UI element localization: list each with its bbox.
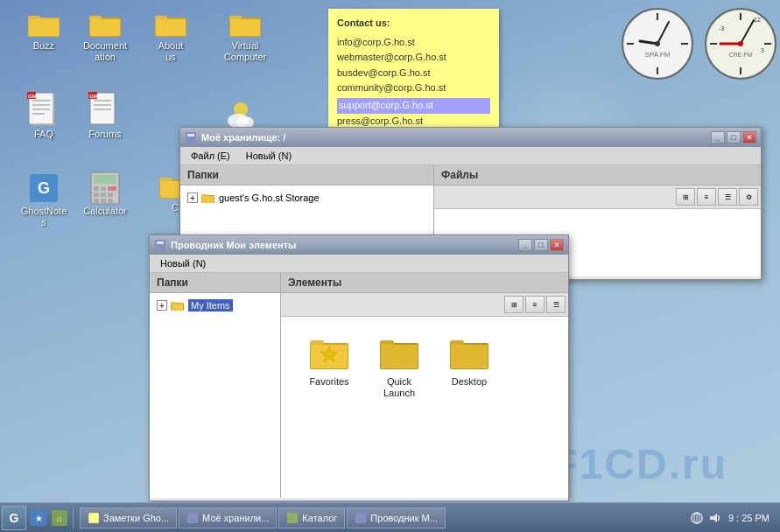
explorer-window-title: Проводник Мои элементы — [171, 240, 296, 250]
storage-titlebar: Моё хранилище: / _ □ × — [180, 128, 761, 147]
taskbar-explorer-icon — [355, 512, 367, 524]
taskbar-icon-1[interactable]: ★ — [29, 508, 48, 528]
explorer-tree-item[interactable]: + My Items — [153, 297, 277, 314]
start-button[interactable]: G — [2, 506, 26, 530]
desktop-item[interactable]: Desktop — [439, 334, 500, 399]
storage-maximize-btn[interactable]: □ — [727, 131, 741, 144]
desktop-icon-faq[interactable]: GMC FAQ — [13, 92, 74, 140]
explorer-title-left: Проводник Мои элементы — [154, 239, 296, 251]
taskbar-icon-2[interactable]: ⌂ — [50, 508, 69, 528]
network-tray-icon[interactable] — [690, 511, 704, 525]
svg-rect-12 — [230, 19, 260, 36]
storage-window-icon — [185, 131, 197, 144]
explorer-view-btn-3[interactable]: ☰ — [546, 296, 566, 313]
contact-title: Contact us: — [337, 16, 490, 32]
explorer-maximize-btn[interactable]: □ — [534, 239, 548, 251]
svg-text:GMC: GMC — [28, 94, 41, 99]
contact-note: Contact us: info@corp.G.ho.st webmaster@… — [328, 9, 499, 136]
explorer-folder-icon — [171, 299, 185, 312]
ghostnotes-label: GhostNotes — [21, 206, 67, 228]
taskbar-storage-icon — [186, 512, 199, 524]
svg-rect-31 — [94, 186, 99, 191]
quick-launch-icon — [378, 334, 420, 373]
desktop-icon-about[interactable]: Aboutus — [140, 9, 201, 63]
explorer-left-panel: Папки + My Items — [150, 273, 281, 498]
folder-doc-icon — [88, 9, 123, 40]
svg-rect-9 — [156, 19, 186, 36]
storage-folder-icon — [201, 192, 215, 204]
explorer-view-btn-2[interactable]: ≡ — [525, 296, 545, 313]
explorer-folders-content: + My Items — [150, 293, 280, 498]
desktop-icon-calculator[interactable]: Calculator — [74, 171, 136, 217]
svg-rect-93 — [88, 513, 99, 523]
taskbar-items: Заметки Gho... Моё хранили... Каталог Пр… — [76, 508, 683, 528]
taskbar-item-explorer[interactable]: Проводник М... — [347, 508, 446, 528]
quick-launch-label: QuickLaunch — [383, 376, 415, 399]
desktop: Buzz Document ation Aboutus VirtualCompu… — [0, 0, 780, 532]
contact-line-4: community@corp.G.ho.st — [337, 80, 490, 96]
explorer-icons-area: Favorites QuickLaunch — [281, 317, 568, 498]
storage-minimize-btn[interactable]: _ — [711, 131, 725, 144]
contact-line-1: info@corp.G.ho.st — [337, 35, 490, 51]
desktop-item-label: Desktop — [452, 376, 487, 388]
svg-text:12: 12 — [754, 17, 761, 23]
svg-rect-32 — [101, 186, 106, 191]
svg-text:GMC: GMC — [89, 94, 102, 99]
forums-icon: GMC — [88, 92, 122, 129]
storage-tree-label: guest's G.ho.st Storage — [219, 192, 320, 203]
storage-expand-btn[interactable]: + — [187, 192, 198, 203]
explorer-tree-label: My Items — [188, 299, 233, 312]
storage-window-title: Моё хранилище: / — [201, 132, 285, 143]
storage-view-btn-4[interactable]: ⚙ — [739, 188, 758, 206]
storage-close-btn[interactable]: × — [742, 131, 756, 144]
storage-menu-new[interactable]: Новый (N) — [239, 149, 299, 163]
taskbar-tray: 9 : 25 PM — [683, 511, 780, 525]
taskbar-item-notes[interactable]: Заметки Gho... — [80, 508, 177, 528]
desktop-icon-ghostnotes[interactable]: G GhostNotes — [13, 171, 74, 228]
documentation-label: Document ation — [83, 40, 127, 63]
desktop-icon-documentation[interactable]: Document ation — [74, 9, 136, 63]
svg-rect-95 — [287, 513, 298, 523]
storage-view-btn-1[interactable]: ⊞ — [676, 188, 695, 206]
svg-text:3: 3 — [761, 47, 764, 53]
quick-launch-item[interactable]: QuickLaunch — [369, 334, 430, 399]
taskbar-clock: 9 : 25 PM — [725, 513, 773, 523]
svg-rect-70 — [187, 134, 194, 136]
contact-line-2: webmaster@corp.G.ho.st — [337, 50, 490, 66]
svg-rect-75 — [157, 242, 164, 244]
taskbar-item-storage[interactable]: Моё хранили... — [179, 508, 277, 528]
favorites-item[interactable]: Favorites — [299, 334, 360, 399]
explorer-titlebar: Проводник Мои элементы _ □ × — [150, 235, 568, 255]
svg-rect-38 — [101, 199, 106, 203]
storage-title-left: Моё хранилище: / — [185, 131, 285, 144]
svg-rect-35 — [101, 192, 106, 197]
volume-tray-icon[interactable] — [707, 511, 721, 525]
taskbar-item-catalog[interactable]: Каталог — [278, 508, 345, 528]
svg-rect-39 — [108, 199, 113, 203]
svg-rect-94 — [187, 513, 198, 523]
watermark: F1CD.ru — [552, 440, 727, 488]
explorer-expand-btn[interactable]: + — [157, 300, 167, 311]
explorer-menu-new[interactable]: Новый (N) — [153, 256, 213, 270]
explorer-minimize-btn[interactable]: _ — [518, 239, 532, 251]
explorer-view-btn-1[interactable]: ⊞ — [504, 296, 524, 313]
storage-files-header: Файлы — [434, 165, 761, 186]
svg-point-64 — [738, 41, 743, 46]
faq-label: FAQ — [34, 129, 53, 140]
desktop-icon-virtual-computer[interactable]: VirtualComputer — [214, 9, 276, 63]
storage-tree-item[interactable]: + guest's G.ho.st Storage — [184, 189, 430, 206]
explorer-close-btn[interactable]: × — [550, 239, 564, 251]
virtual-computer-label: VirtualComputer — [224, 40, 266, 63]
storage-menu-file[interactable]: Файл (Е) — [184, 149, 237, 163]
desktop-icon-forums[interactable]: GMC Forums — [74, 92, 136, 140]
svg-rect-88 — [451, 345, 488, 368]
storage-view-btn-3[interactable]: ☰ — [718, 188, 737, 206]
svg-text:-3: -3 — [719, 25, 724, 32]
storage-view-btn-2[interactable]: ≡ — [697, 188, 716, 206]
explorer-items-header: Элементы — [281, 273, 568, 293]
svg-rect-34 — [94, 192, 99, 197]
contact-line-3: busdev@corp.G.ho.st — [337, 66, 490, 81]
taskbar-notes-icon — [88, 512, 100, 524]
desktop-icon-buzz[interactable]: Buzz — [13, 9, 74, 52]
forums-label: Forums — [88, 129, 121, 140]
